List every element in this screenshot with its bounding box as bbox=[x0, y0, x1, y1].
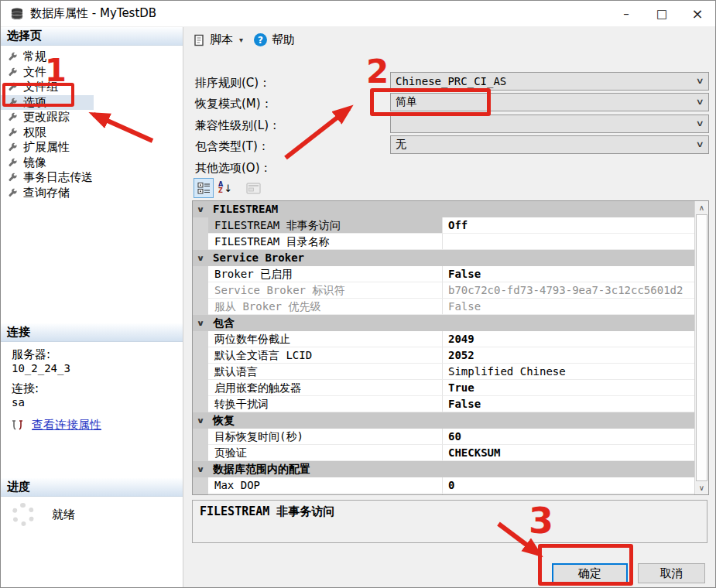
progress-header: 进度 bbox=[1, 478, 183, 497]
grid-property-row[interactable]: 默认全文语言 LCID2052 bbox=[193, 347, 695, 364]
property-name: 目标恢复时间(秒) bbox=[208, 429, 443, 445]
database-icon bbox=[10, 7, 24, 21]
grid-property-row[interactable]: 目标恢复时间(秒)60 bbox=[193, 429, 695, 445]
collapse-chevron-icon[interactable]: ∨ bbox=[197, 205, 205, 214]
property-value[interactable] bbox=[443, 234, 695, 250]
category-label: Service Broker bbox=[208, 250, 304, 266]
sidebar-item-9[interactable]: 事务日志传送 bbox=[1, 170, 183, 186]
sidebar-item-8[interactable]: 镜像 bbox=[1, 156, 183, 171]
property-value[interactable]: CHECKSUM bbox=[443, 445, 695, 461]
grid-property-row[interactable]: FILESTREAM 非事务访问Off bbox=[193, 217, 695, 234]
sidebar-item-6[interactable]: 权限 bbox=[1, 125, 183, 141]
scroll-up-icon[interactable]: ∧ bbox=[695, 201, 708, 214]
grid-property-row[interactable]: 转换干扰词False bbox=[193, 396, 695, 412]
form-label-4: 包含类型(T)： bbox=[195, 139, 269, 154]
property-value[interactable]: True bbox=[443, 380, 695, 396]
collapse-chevron-icon[interactable]: ∨ bbox=[197, 465, 205, 473]
dropdown-value: 无 bbox=[396, 138, 406, 152]
grid-property-row[interactable]: 两位数年份截止2049 bbox=[193, 331, 695, 347]
grid-scrollbar[interactable]: ∧ ∨ bbox=[694, 201, 708, 494]
chevron-down-icon[interactable]: ∨ bbox=[697, 76, 704, 86]
property-value[interactable]: False bbox=[443, 266, 695, 282]
form-dropdown-1[interactable]: Chinese_PRC_CI_AS∨ bbox=[390, 72, 709, 91]
grid-category-row[interactable]: ∨Service Broker bbox=[193, 250, 695, 266]
categorized-icon bbox=[197, 182, 211, 195]
collapse-chevron-icon[interactable]: ∨ bbox=[197, 416, 205, 425]
categorized-view-button[interactable] bbox=[194, 178, 214, 198]
connection-header: 连接 bbox=[1, 323, 183, 342]
cancel-button[interactable]: 取消 bbox=[638, 563, 705, 583]
property-value[interactable]: 0 bbox=[443, 477, 695, 494]
sidebar-item-label: 权限 bbox=[23, 125, 46, 140]
grid-property-row[interactable] bbox=[193, 494, 695, 495]
help-button[interactable]: ? 帮助 bbox=[254, 32, 295, 47]
form-label-3: 兼容性级别(L)： bbox=[195, 118, 280, 133]
sidebar-item-2[interactable]: 文件 bbox=[1, 65, 183, 80]
database-properties-dialog: { "window": { "title": "数据库属性 - MyTestDB… bbox=[0, 0, 716, 588]
grid-category-row[interactable]: ∨恢复 bbox=[193, 412, 695, 429]
form-dropdown-2[interactable]: 简单∨ bbox=[390, 93, 709, 111]
chevron-down-icon[interactable]: ∨ bbox=[697, 139, 704, 149]
script-icon bbox=[194, 34, 205, 46]
grid-property-row[interactable]: 服从 Broker 优先级False bbox=[193, 299, 695, 315]
minimize-button[interactable]: – bbox=[608, 1, 644, 26]
property-value[interactable] bbox=[443, 494, 695, 495]
scroll-down-icon[interactable]: ∨ bbox=[695, 481, 708, 494]
property-name: Broker 已启用 bbox=[208, 266, 443, 282]
grid-property-row[interactable]: Max DOP0 bbox=[193, 477, 695, 494]
property-name: Max DOP bbox=[208, 477, 443, 494]
script-dropdown-caret-icon[interactable]: ▾ bbox=[239, 36, 243, 44]
property-grid: ∨FILESTREAMFILESTREAM 非事务访问OffFILESTREAM… bbox=[192, 200, 709, 495]
grid-property-row[interactable]: FILESTREAM 目录名称 bbox=[193, 234, 695, 250]
property-name: 默认全文语言 LCID bbox=[208, 347, 443, 364]
property-value[interactable]: b70c72c0-fd73-4793-9ea7-3c12cc5601d2 bbox=[443, 282, 695, 299]
property-value[interactable]: Off bbox=[443, 217, 695, 234]
sidebar-item-3[interactable]: 文件组 bbox=[1, 80, 183, 95]
property-value[interactable]: 2049 bbox=[443, 331, 695, 347]
grid-category-row[interactable]: ∨数据库范围内的配置 bbox=[193, 461, 695, 477]
sidebar-item-label: 选项 bbox=[23, 95, 46, 110]
sidebar-item-label: 常规 bbox=[23, 50, 46, 64]
category-label: 包含 bbox=[208, 315, 235, 331]
sidebar-item-5[interactable]: 更改跟踪 bbox=[1, 110, 183, 125]
property-value[interactable]: False bbox=[443, 299, 695, 315]
script-button[interactable]: 脚本 ▾ bbox=[194, 32, 243, 47]
grid-category-row[interactable]: ∨FILESTREAM bbox=[193, 201, 695, 217]
sidebar-item-10[interactable]: 查询存储 bbox=[1, 186, 183, 201]
chevron-down-icon[interactable]: ∨ bbox=[697, 97, 704, 107]
grid-property-row[interactable]: 默认语言Simplified Chinese bbox=[193, 364, 695, 380]
wrench-icon bbox=[8, 112, 19, 122]
property-pages-button bbox=[243, 178, 263, 198]
property-value[interactable]: Simplified Chinese bbox=[443, 364, 695, 380]
view-connection-properties-link[interactable]: 查看连接属性 bbox=[32, 418, 101, 432]
form-dropdown-4[interactable]: 无∨ bbox=[390, 135, 709, 154]
grid-category-row[interactable]: ∨包含 bbox=[193, 315, 695, 331]
chevron-down-icon[interactable]: ∨ bbox=[697, 118, 704, 128]
wrench-icon bbox=[8, 173, 19, 183]
grid-property-row[interactable]: Service Broker 标识符b70c72c0-fd73-4793-9ea… bbox=[193, 282, 695, 299]
collapse-chevron-icon[interactable]: ∨ bbox=[197, 254, 205, 262]
close-button[interactable]: × bbox=[680, 1, 715, 26]
select-page-header: 选择页 bbox=[1, 27, 183, 46]
sidebar-item-label: 更改跟踪 bbox=[23, 110, 70, 125]
maximize-button[interactable]: □ bbox=[644, 1, 680, 26]
form-dropdown-3[interactable]: ∨ bbox=[390, 115, 709, 133]
grid-property-row[interactable]: Broker 已启用False bbox=[193, 266, 695, 282]
property-value[interactable]: 2052 bbox=[443, 347, 695, 364]
grid-property-row[interactable]: 页验证CHECKSUM bbox=[193, 445, 695, 461]
ok-button[interactable]: 确定 bbox=[552, 563, 628, 583]
window-title: 数据库属性 - MyTestDB bbox=[30, 6, 156, 21]
wrench-icon bbox=[8, 188, 19, 198]
category-label: 数据库范围内的配置 bbox=[208, 461, 310, 477]
property-name: Service Broker 标识符 bbox=[208, 282, 443, 299]
dialog-toolbar: 脚本 ▾ ? 帮助 bbox=[194, 32, 295, 47]
scroll-thumb[interactable] bbox=[696, 214, 707, 481]
sidebar-item-7[interactable]: 扩展属性 bbox=[1, 140, 183, 156]
collapse-chevron-icon[interactable]: ∨ bbox=[197, 319, 205, 327]
sidebar-item-1[interactable]: 常规 bbox=[1, 50, 183, 65]
grid-property-row[interactable]: 启用嵌套的触发器True bbox=[193, 380, 695, 396]
alphabetical-sort-button[interactable]: AZ ↓ bbox=[215, 178, 235, 198]
property-value[interactable]: 60 bbox=[443, 429, 695, 445]
sidebar-item-4[interactable]: 选项 bbox=[1, 95, 94, 111]
property-value[interactable]: False bbox=[443, 396, 695, 412]
